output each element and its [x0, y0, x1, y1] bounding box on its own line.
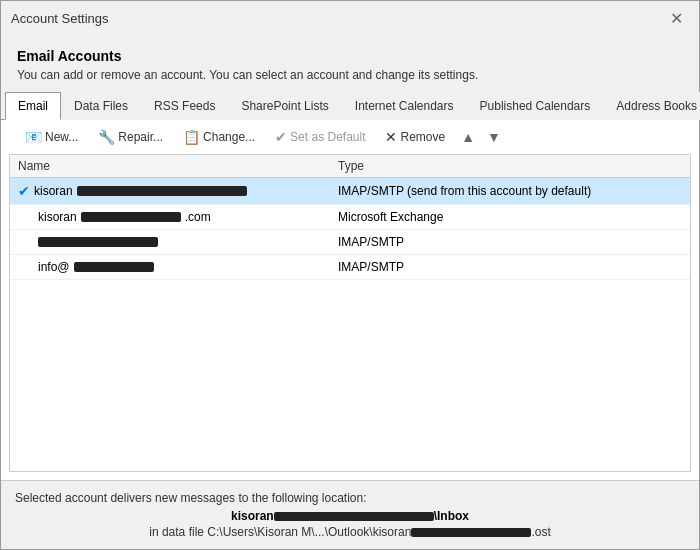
- change-label: Change...: [203, 130, 255, 144]
- tab-internet-calendars[interactable]: Internet Calendars: [342, 92, 467, 120]
- account-name-3: [18, 237, 338, 247]
- account-inbox: \Inbox: [434, 509, 469, 523]
- footer-datafile: in data file C:\Users\Kisoran M\...\Outl…: [15, 525, 685, 539]
- remove-icon: ✕: [385, 129, 397, 145]
- remove-label: Remove: [400, 130, 445, 144]
- table-row[interactable]: kisoran.com Microsoft Exchange: [10, 205, 690, 230]
- table-row[interactable]: IMAP/SMTP: [10, 230, 690, 255]
- account-settings-dialog: Account Settings ✕ Email Accounts You ca…: [0, 0, 700, 550]
- table-row[interactable]: info@ IMAP/SMTP: [10, 255, 690, 280]
- redacted-datafile: [411, 528, 531, 537]
- account-type-3: IMAP/SMTP: [338, 235, 682, 249]
- table-body: ✔ kisoran IMAP/SMTP (send from this acco…: [10, 178, 690, 280]
- remove-button[interactable]: ✕ Remove: [377, 126, 453, 148]
- col-name-header: Name: [18, 159, 338, 173]
- default-check-icon: ✔: [18, 183, 30, 199]
- dialog-title: Account Settings: [11, 11, 109, 26]
- account-type-4: IMAP/SMTP: [338, 260, 682, 274]
- main-content: 📧 New... 🔧 Repair... 📋 Change... ✔ Set a…: [1, 120, 699, 480]
- account-name-4: info@: [18, 260, 338, 274]
- tab-address-books[interactable]: Address Books: [603, 92, 700, 120]
- accounts-table: Name Type ✔ kisoran IMAP/SMTP (send from…: [9, 154, 691, 472]
- account-type-2: Microsoft Exchange: [338, 210, 682, 224]
- set-default-label: Set as Default: [290, 130, 365, 144]
- move-up-button[interactable]: ▲: [457, 127, 479, 147]
- new-label: New...: [45, 130, 78, 144]
- tabs-bar: Email Data Files RSS Feeds SharePoint Li…: [1, 92, 699, 120]
- datafile-prefix: in data file C:\Users\Kisoran M\...\Outl…: [149, 525, 411, 539]
- account-name-prefix: kisoran: [231, 509, 274, 523]
- repair-label: Repair...: [118, 130, 163, 144]
- account-name-2: kisoran.com: [18, 210, 338, 224]
- redacted-email-3: [38, 237, 158, 247]
- repair-icon: 🔧: [98, 129, 115, 145]
- redacted-email-1: [77, 186, 247, 196]
- set-default-icon: ✔: [275, 129, 287, 145]
- section-heading: Email Accounts: [17, 48, 683, 64]
- title-bar: Account Settings ✕: [1, 1, 699, 36]
- footer-description: Selected account delivers new messages t…: [15, 491, 685, 505]
- datafile-suffix: .ost: [531, 525, 550, 539]
- redacted-account: [274, 512, 434, 521]
- toolbar: 📧 New... 🔧 Repair... 📋 Change... ✔ Set a…: [9, 120, 691, 154]
- tab-data-files[interactable]: Data Files: [61, 92, 141, 120]
- new-button[interactable]: 📧 New...: [17, 126, 86, 148]
- tab-published-calendars[interactable]: Published Calendars: [467, 92, 604, 120]
- header-section: Email Accounts You can add or remove an …: [1, 36, 699, 92]
- section-description: You can add or remove an account. You ca…: [17, 68, 683, 82]
- repair-button[interactable]: 🔧 Repair...: [90, 126, 171, 148]
- change-button[interactable]: 📋 Change...: [175, 126, 263, 148]
- account-name-1: ✔ kisoran: [18, 183, 338, 199]
- close-button[interactable]: ✕: [664, 7, 689, 30]
- table-row[interactable]: ✔ kisoran IMAP/SMTP (send from this acco…: [10, 178, 690, 205]
- move-down-button[interactable]: ▼: [483, 127, 505, 147]
- tab-rss-feeds[interactable]: RSS Feeds: [141, 92, 228, 120]
- footer-account: kisoran\Inbox: [15, 509, 685, 523]
- col-type-header: Type: [338, 159, 682, 173]
- account-type-1: IMAP/SMTP (send from this account by def…: [338, 184, 682, 198]
- change-icon: 📋: [183, 129, 200, 145]
- footer-section: Selected account delivers new messages t…: [1, 480, 699, 549]
- tab-sharepoint-lists[interactable]: SharePoint Lists: [228, 92, 341, 120]
- table-header: Name Type: [10, 155, 690, 178]
- set-default-button[interactable]: ✔ Set as Default: [267, 126, 373, 148]
- redacted-email-4: [74, 262, 154, 272]
- new-icon: 📧: [25, 129, 42, 145]
- redacted-email-2: [81, 212, 181, 222]
- tab-email[interactable]: Email: [5, 92, 61, 120]
